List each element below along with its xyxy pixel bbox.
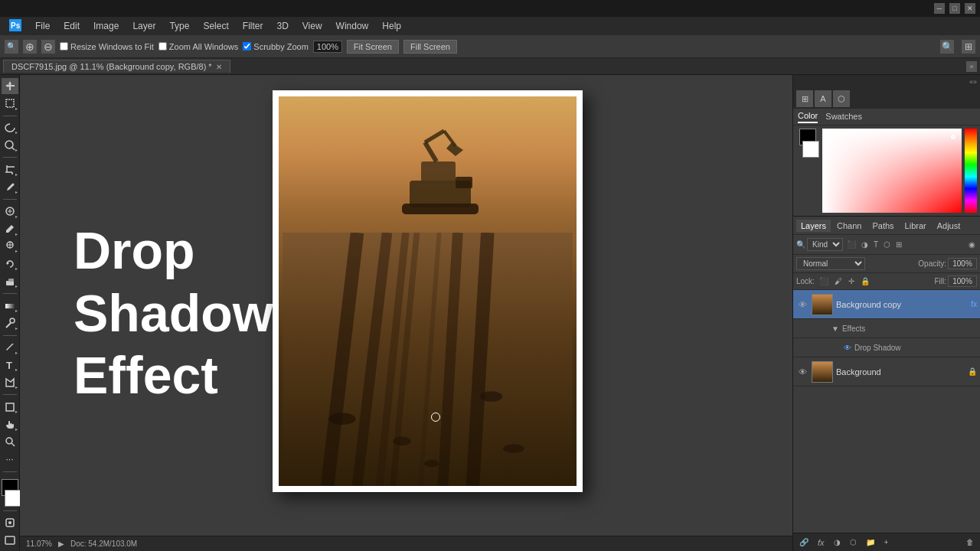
menu-layer[interactable]: Layer [126,19,162,33]
color-hue-bar[interactable] [965,129,977,213]
layer-row-background-copy[interactable]: 👁 Backgroun [793,290,980,319]
tabs-collapse-button[interactable]: » [966,61,977,72]
panel-options-icon[interactable]: ⊞ [962,40,975,54]
layer-row-background[interactable]: 👁 Backgroun [793,357,980,386]
swatches-tab[interactable]: Swatches [825,112,862,122]
channels-tab[interactable]: Chann [832,220,866,232]
layer-kind-select[interactable]: Kind [807,238,843,251]
extra-tools[interactable]: ··· [2,452,18,468]
zoom-in-icon[interactable]: ⊕ [23,40,37,54]
library-tab[interactable]: Librar [900,220,931,232]
fill-value[interactable]: 100% [948,276,977,287]
menu-file[interactable]: File [29,19,56,33]
scrubby-label: Scrubby Zoom [253,42,309,51]
menu-filter[interactable]: Filter [237,19,270,33]
resize-windows-checkbox[interactable] [60,42,68,51]
svg-rect-33 [421,161,456,184]
menu-view[interactable]: View [296,19,328,33]
lock-pixels-btn[interactable]: 🖌 [833,276,844,286]
close-button[interactable]: ✕ [965,3,975,14]
layer-fx-btn[interactable]: fx [815,537,828,548]
layer-visibility-toggle-bg[interactable]: 👁 [796,366,808,378]
menu-image[interactable]: Image [87,19,125,33]
panel-icon-3[interactable]: ⬡ [833,90,850,107]
drop-shadow-eye[interactable]: 👁 [844,344,851,352]
menu-help[interactable]: Help [376,19,407,33]
gradient-tool[interactable]: ▸ [2,298,18,314]
layer-new-btn[interactable]: + [881,537,892,547]
background-color[interactable] [5,490,21,507]
layer-group-btn[interactable]: 📁 [863,537,878,547]
drop-shadow-effect[interactable]: 👁 Drop Shadow [844,340,977,355]
dodge-tool[interactable]: ▸ [2,315,18,331]
svg-rect-30 [5,536,15,544]
layer-filter-toggle[interactable]: ◉ [967,240,977,249]
color-bg-swatch[interactable] [802,141,819,158]
hand-tool[interactable]: ▸ [2,416,18,432]
fit-screen-button[interactable]: Fit Screen [347,40,399,54]
zoom-out-icon[interactable]: ⊖ [41,40,55,54]
opacity-value[interactable]: 100% [948,258,977,269]
layer-filter-type[interactable]: T [872,240,880,249]
type-tool[interactable]: T ▸ [2,357,18,373]
layer-filter-shape[interactable]: ⬡ [882,240,892,249]
layer-adj-btn[interactable]: ⬡ [847,537,860,547]
zoom-tool[interactable] [2,434,18,450]
zoom-percent-input[interactable]: 100% [313,41,342,53]
canvas-area[interactable]: Drop Shadow Effect [20,75,792,551]
zoom-tool-icon[interactable]: 🔍 [5,40,18,54]
eyedropper-tool[interactable]: ▸ [2,179,18,195]
move-tool[interactable] [2,78,18,94]
menu-type[interactable]: Type [163,19,195,33]
lock-position-btn[interactable]: ✛ [847,276,856,286]
color-gradient-picker[interactable] [822,129,977,213]
history-brush-tool[interactable]: ▸ [2,256,18,272]
layer-fx-badge[interactable]: fx [971,300,977,308]
scrubby-checkbox[interactable] [243,42,251,51]
screen-mode-tool[interactable] [2,532,18,548]
menu-ps[interactable]: Ps [3,18,28,35]
blend-mode-select[interactable]: Normal [796,257,865,270]
layer-filter-adjust[interactable]: ◑ [860,240,870,249]
lock-all-btn[interactable]: 🔒 [859,276,871,286]
menu-3d[interactable]: 3D [270,19,294,33]
eraser-tool[interactable]: ▸ [2,273,18,289]
clone-tool[interactable]: ▸ [2,239,18,255]
pen-tool[interactable]: ▸ [2,340,18,356]
menu-select[interactable]: Select [197,19,234,33]
effects-expand-icon[interactable]: ▼ [831,324,839,333]
layer-link-btn[interactable]: 🔗 [796,537,812,547]
path-select-tool[interactable]: ▸ [2,374,18,390]
panel-collapse-button[interactable]: «» [969,78,977,86]
brush-tool[interactable]: ▸ [2,221,18,237]
quick-select-tool[interactable]: ▸ [2,137,18,153]
minimize-button[interactable]: ─ [934,3,945,14]
panel-icon-2[interactable]: A [815,90,831,107]
healing-tool[interactable]: ▸ [2,204,18,220]
document-tab[interactable]: DSCF7915.jpg @ 11.1% (Background copy, R… [3,60,230,73]
color-tab[interactable]: Color [798,111,818,123]
lasso-tool[interactable]: ▸ [2,120,18,136]
adjust-tab[interactable]: Adjust [933,220,965,232]
fill-screen-button[interactable]: Fill Screen [403,40,457,54]
color-spectrum[interactable] [822,129,962,213]
quick-mask-tool[interactable] [2,515,18,531]
layer-filter-pixel[interactable]: ⬛ [845,240,858,249]
layer-delete-btn[interactable]: 🗑 [963,537,977,547]
layer-visibility-toggle-bg-copy[interactable]: 👁 [796,298,808,311]
marquee-tool[interactable]: ▸ [2,96,18,112]
crop-tool[interactable]: ▸ [2,161,18,178]
zoom-all-checkbox[interactable] [158,42,167,51]
paths-tab[interactable]: Paths [867,220,898,232]
panel-icon-1[interactable]: ⊞ [796,90,813,107]
menu-window[interactable]: Window [330,19,375,33]
search-icon[interactable]: 🔍 [940,40,954,54]
menu-edit[interactable]: Edit [57,19,86,33]
layers-tab[interactable]: Layers [796,220,831,232]
tab-close-button[interactable]: ✕ [216,63,222,71]
lock-transparent-btn[interactable]: ⬛ [818,276,830,286]
layer-mask-btn[interactable]: ◑ [831,537,844,547]
restore-button[interactable]: □ [949,3,960,14]
layer-filter-smart[interactable]: ⊞ [894,240,903,249]
shape-tool[interactable]: ▸ [2,399,18,415]
